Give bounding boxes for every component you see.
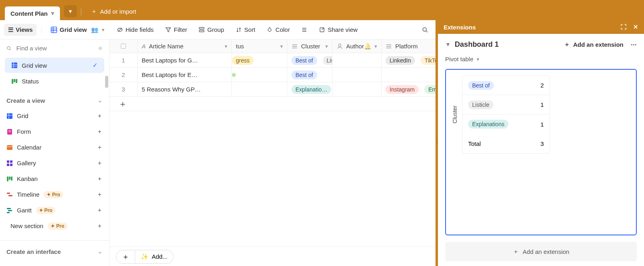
add-extension-big-button[interactable]: ＋ Add an extension <box>445 242 637 261</box>
cell-article-name[interactable]: 5 Reasons Why GP… <box>138 82 232 96</box>
view-type-calendar[interactable]: Calendar ＋ <box>0 139 109 155</box>
cell-platform[interactable]: LinkedInTikTok <box>382 53 436 67</box>
table-row[interactable]: 3 5 Reasons Why GP… Explanatio… Instagra… <box>109 82 436 97</box>
extension-type-select[interactable]: Pivot table ▼ <box>445 56 637 62</box>
cell-author[interactable] <box>332 53 382 67</box>
view-type-label: Calendar <box>17 144 41 151</box>
plus-icon: ＋ <box>564 41 570 48</box>
cell-cluster[interactable]: Explanatio… <box>287 82 332 96</box>
view-search-input[interactable] <box>16 44 94 52</box>
cell-platform[interactable]: InstagramEmai <box>382 82 436 96</box>
grid-icon <box>11 62 18 69</box>
bell-icon: 🔔 <box>364 43 372 50</box>
group-button[interactable]: Group <box>194 24 228 35</box>
view-item-label: Status <box>22 78 39 85</box>
view-search[interactable] <box>0 39 109 57</box>
column-label: Platform <box>395 43 418 50</box>
tables-dropdown[interactable]: ▾ <box>64 5 77 17</box>
resize-handle[interactable] <box>436 133 439 149</box>
view-type-gallery[interactable]: Gallery ＋ <box>0 155 109 171</box>
view-type-grid[interactable]: Grid ＋ <box>0 108 109 124</box>
cell-article-name[interactable]: Best Laptops for G… <box>138 53 232 67</box>
add-extension-button[interactable]: ＋ Add an extension <box>564 41 623 48</box>
pivot-card[interactable]: Cluster Best of2Listicle1Explanations1 T… <box>445 69 637 235</box>
chevron-down-icon[interactable]: ▼ <box>324 44 329 49</box>
column-author[interactable]: Author 🔔 ▼ <box>332 39 382 53</box>
row-height-button[interactable] <box>297 24 312 35</box>
sort-icon <box>235 27 242 33</box>
more-icon[interactable]: ⋯ <box>631 41 637 48</box>
column-platform[interactable]: Platform <box>382 39 436 53</box>
cell-author[interactable] <box>332 68 382 82</box>
hide-fields-button[interactable]: Hide fields <box>113 24 158 35</box>
svg-rect-0 <box>51 27 57 33</box>
hide-fields-label: Hide fields <box>126 26 154 33</box>
column-label: Author <box>346 43 364 50</box>
color-button[interactable]: Color <box>262 24 294 35</box>
new-section-button[interactable]: New section ✦ Pro ＋ <box>0 218 109 234</box>
expand-icon[interactable]: ⛶ <box>621 23 627 31</box>
platform-tag: Emai <box>424 85 436 94</box>
table-row[interactable]: 2 Best Laptops for E… Best of <box>109 68 436 82</box>
cell-article-name[interactable]: Best Laptops for E… <box>138 68 232 82</box>
grid-icon <box>51 27 57 33</box>
pivot-total-label: Total <box>468 140 481 147</box>
close-icon[interactable]: ✕ <box>633 23 638 31</box>
plus-icon: ＋ <box>97 222 103 230</box>
column-article-name[interactable]: A Article Name ▼ <box>138 39 232 53</box>
pivot-value: 2 <box>541 82 544 89</box>
sort-label: Sort <box>244 26 256 33</box>
view-item-grid[interactable]: Grid view ✓ <box>5 58 104 73</box>
column-status[interactable]: tus ▼ <box>232 39 287 53</box>
filter-button[interactable]: Filter <box>161 24 191 35</box>
cluster-tag: Listi <box>323 56 332 65</box>
table-tab[interactable]: Content Plan ▾ <box>5 6 60 20</box>
svg-rect-20 <box>14 79 15 82</box>
svg-rect-21 <box>16 79 17 83</box>
create-interface-header[interactable]: Create an interface ⌄ <box>0 241 109 259</box>
cell-cluster[interactable]: Best ofListi <box>287 53 332 67</box>
view-name[interactable]: Grid view 👥 ▼ <box>47 24 109 36</box>
cell-cluster[interactable]: Best of <box>287 68 332 82</box>
chevron-down-icon[interactable]: ▼ <box>445 41 451 48</box>
add-row[interactable]: ＋ <box>109 97 436 111</box>
share-view-button[interactable]: Share view <box>315 24 361 35</box>
cell-author[interactable] <box>332 82 382 96</box>
select-all[interactable] <box>109 39 138 53</box>
pivot-row-label: Cluster <box>452 106 458 123</box>
cell-status[interactable]: gress <box>232 53 287 67</box>
view-type-gantt[interactable]: Gantt ✦ Pro ＋ <box>0 202 109 218</box>
view-type-kanban[interactable]: Kanban ＋ <box>0 171 109 187</box>
chevron-down-icon[interactable]: ▼ <box>279 44 284 49</box>
cell-status[interactable] <box>232 68 287 82</box>
view-type-form[interactable]: Form ＋ <box>0 124 109 139</box>
add-menu-button[interactable]: ✨ Add... <box>135 250 173 264</box>
view-type-timeline[interactable]: Timeline ✦ Pro ＋ <box>0 187 109 202</box>
chevron-down-icon[interactable]: ▼ <box>224 44 228 49</box>
share-icon <box>319 27 325 33</box>
add-or-import-button[interactable]: ＋ Add or import <box>87 5 140 18</box>
add-extension-big-label: Add an extension <box>523 248 570 255</box>
gear-icon[interactable] <box>98 45 103 52</box>
add-record-button[interactable]: ＋ <box>116 250 135 264</box>
column-label: tus <box>236 43 244 50</box>
cell-platform[interactable] <box>382 68 436 82</box>
color-label: Color <box>275 26 290 33</box>
menu-icon: ☰ <box>8 26 13 33</box>
view-item-label: Grid view <box>22 62 47 69</box>
view-item-status[interactable]: Status <box>5 74 104 89</box>
chevron-down-icon: ▾ <box>51 10 54 17</box>
table-row[interactable]: 1 Best Laptops for G… gress Best ofListi… <box>109 53 436 68</box>
dashboard-title[interactable]: Dashboard 1 <box>455 40 499 49</box>
search-button[interactable] <box>419 23 431 36</box>
group-icon <box>198 27 205 33</box>
views-button[interactable]: ☰ Views <box>4 24 37 36</box>
column-cluster[interactable]: Cluster ▼ <box>287 39 332 53</box>
chevron-down-icon[interactable]: ▼ <box>374 44 378 49</box>
scrollbar[interactable] <box>105 76 108 88</box>
cell-status[interactable] <box>232 82 287 96</box>
svg-rect-40 <box>8 210 12 211</box>
create-view-header[interactable]: Create a view ⌄ <box>0 89 109 108</box>
sort-button[interactable]: Sort <box>231 24 260 35</box>
cluster-tag: Best of <box>291 71 317 79</box>
